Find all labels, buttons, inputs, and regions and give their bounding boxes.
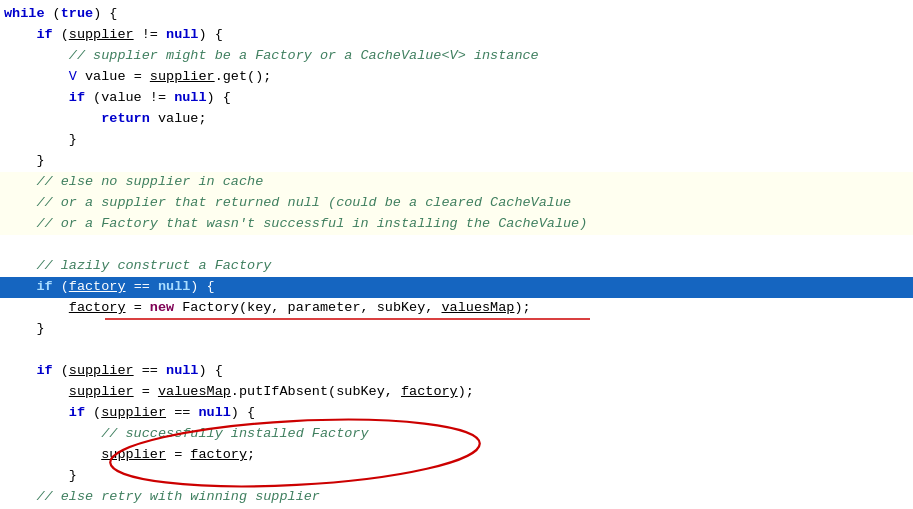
plain-token: factory: [69, 300, 126, 315]
plain-token: ) {: [198, 363, 222, 378]
code-line: supplier = factory;: [0, 445, 913, 466]
plain-token: supplier: [150, 69, 215, 84]
plain-token: }: [4, 153, 45, 168]
line-content: if (supplier == null) {: [0, 361, 913, 382]
cm-token: // else retry with winning supplier: [36, 489, 320, 504]
code-line: supplier = valuesMap.putIfAbsent(subKey,…: [0, 382, 913, 403]
kw-token: if: [69, 90, 85, 105]
plain-token: ==: [134, 363, 166, 378]
plain-token: (: [53, 27, 69, 42]
plain-token: ) {: [207, 90, 231, 105]
plain-token: [4, 258, 36, 273]
plain-token: valuesMap: [442, 300, 515, 315]
line-content: return value;: [0, 109, 913, 130]
plain-token: supplier: [101, 405, 166, 420]
line-content: if (factory == null) {: [0, 277, 913, 298]
plain-token: ==: [166, 405, 198, 420]
plain-token: );: [514, 300, 530, 315]
code-line: // else no supplier in cache: [0, 172, 913, 193]
line-content: [0, 340, 913, 361]
plain-token: (: [53, 363, 69, 378]
plain-token: [4, 174, 36, 189]
line-content: // else retry with winning supplier: [0, 487, 913, 508]
code-viewer: while (true) { if (supplier != null) { /…: [0, 0, 913, 509]
line-content: [0, 235, 913, 256]
code-line: while (true) {: [0, 4, 913, 25]
code-line: // or a Factory that wasn't successful i…: [0, 214, 913, 235]
plain-token: [4, 489, 36, 504]
plain-token: ) {: [198, 27, 222, 42]
cm-token: // lazily construct a Factory: [36, 258, 271, 273]
line-content: if (supplier != null) {: [0, 25, 913, 46]
plain-token: [4, 447, 101, 462]
plain-token: supplier: [69, 363, 134, 378]
code-line: return value;: [0, 109, 913, 130]
code-line: // supplier might be a Factory or a Cach…: [0, 46, 913, 67]
line-content: if (value != null) {: [0, 88, 913, 109]
plain-token: [4, 426, 101, 441]
code-line: // or a supplier that returned null (cou…: [0, 193, 913, 214]
kw-token: return: [101, 111, 150, 126]
kw-token: if: [36, 363, 52, 378]
plain-token: (: [45, 6, 61, 21]
line-content: supplier = valuesMap.putIfAbsent(subKey,…: [0, 382, 913, 403]
plain-token: (: [53, 279, 69, 294]
code-line: factory = new Factory(key, parameter, su…: [0, 298, 913, 319]
plain-token: [4, 300, 69, 315]
plain-token: ) {: [231, 405, 255, 420]
plain-token: !=: [134, 27, 166, 42]
kw-token: null: [166, 363, 198, 378]
cm-token: // or a supplier that returned null (cou…: [36, 195, 571, 210]
kw-token: null: [174, 90, 206, 105]
plain-token: }: [4, 468, 77, 483]
plain-token: }: [4, 132, 77, 147]
code-line: if (supplier == null) {: [0, 361, 913, 382]
plain-token: =: [126, 300, 150, 315]
code-line: [0, 340, 913, 361]
plain-token: =: [166, 447, 190, 462]
cm-token: // else no supplier in cache: [36, 174, 263, 189]
plain-token: [4, 384, 69, 399]
line-content: }: [0, 319, 913, 340]
code-line: // lazily construct a Factory: [0, 256, 913, 277]
plain-token: [4, 48, 69, 63]
plain-token: supplier: [101, 447, 166, 462]
cm-token: // successfully installed Factory: [101, 426, 368, 441]
plain-token: factory: [69, 279, 126, 294]
code-line: }: [0, 319, 913, 340]
new-kw-token: new: [150, 300, 174, 315]
plain-token: [4, 216, 36, 231]
plain-token: );: [458, 384, 474, 399]
cm-token: // supplier might be a Factory or a Cach…: [69, 48, 539, 63]
kw-token: if: [36, 27, 52, 42]
line-content: }: [0, 151, 913, 172]
plain-token: factory: [401, 384, 458, 399]
plain-token: value =: [77, 69, 150, 84]
line-content: // successfully installed Factory: [0, 424, 913, 445]
plain-token: .get();: [215, 69, 272, 84]
plain-token: .putIfAbsent(subKey,: [231, 384, 401, 399]
plain-token: [4, 195, 36, 210]
line-content: while (true) {: [0, 4, 913, 25]
code-line: }: [0, 466, 913, 487]
line-content: if (supplier == null) {: [0, 403, 913, 424]
plain-token: ) {: [190, 279, 214, 294]
plain-token: ==: [126, 279, 158, 294]
kw-token: null: [198, 405, 230, 420]
plain-token: supplier: [69, 27, 134, 42]
line-content: factory = new Factory(key, parameter, su…: [0, 298, 913, 319]
plain-token: [4, 279, 36, 294]
code-line: }: [0, 130, 913, 151]
code-line: }: [0, 151, 913, 172]
plain-token: ) {: [93, 6, 117, 21]
line-content: // else no supplier in cache: [0, 172, 913, 193]
plain-token: valuesMap: [158, 384, 231, 399]
plain-token: value;: [150, 111, 207, 126]
kw-token: true: [61, 6, 93, 21]
code-line: [0, 235, 913, 256]
cm-token: // or a Factory that wasn't successful i…: [36, 216, 587, 231]
code-line: if (factory == null) {: [0, 277, 913, 298]
code-content: while (true) { if (supplier != null) { /…: [0, 0, 913, 509]
plain-token: }: [4, 321, 45, 336]
plain-token: [4, 27, 36, 42]
